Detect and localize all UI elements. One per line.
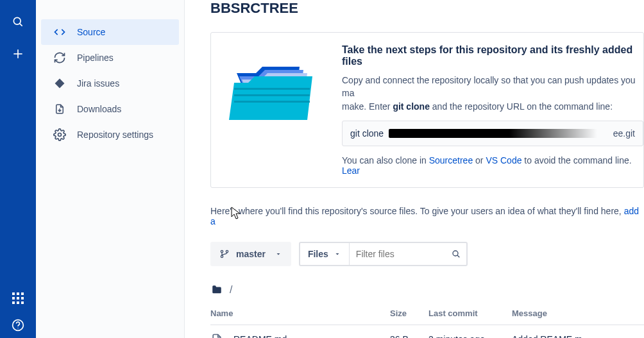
svg-line-1: [20, 24, 22, 26]
file-message: Added REAME.m: [512, 325, 644, 338]
branch-selector[interactable]: master: [210, 242, 291, 266]
sidebar-item-pipelines[interactable]: Pipelines: [41, 45, 179, 71]
svg-point-17: [58, 133, 62, 137]
clone-hint: You can also clone in Sourcetree or VS C…: [342, 155, 643, 176]
sidebar-item-label: Repository settings: [77, 130, 153, 140]
file-size: 36 B: [390, 325, 428, 338]
scope-label: Files: [308, 249, 328, 259]
filter-scope-selector[interactable]: Files: [300, 243, 350, 265]
code-icon: [53, 25, 67, 39]
refresh-icon: [53, 51, 67, 65]
search-icon[interactable]: [446, 249, 466, 259]
folder-illustration: [229, 51, 319, 128]
apps-icon[interactable]: [10, 291, 26, 306]
col-commit: Last commit: [428, 305, 512, 325]
table-row[interactable]: README.md 36 B 2 minutes ago Added REAME…: [210, 325, 644, 338]
svg-rect-15: [55, 79, 65, 89]
folder-icon: [210, 284, 223, 296]
svg-point-0: [13, 17, 21, 24]
svg-rect-24: [234, 101, 310, 103]
col-name: Name: [210, 305, 390, 325]
col-size: Size: [390, 305, 428, 325]
breadcrumb: /: [210, 284, 644, 296]
file-name: README.md: [233, 334, 287, 338]
file-icon: [53, 102, 67, 116]
sidebar-item-label: Jira issues: [77, 78, 119, 89]
chevron-down-icon: [334, 250, 341, 258]
sidebar-item-jira[interactable]: Jira issues: [41, 71, 179, 96]
sidebar-item-settings[interactable]: Repository settings: [41, 122, 179, 148]
file-commit: 2 minutes ago: [428, 325, 512, 338]
create-icon[interactable]: [10, 46, 26, 62]
controls-row: master Files: [210, 242, 644, 266]
sourcetree-link[interactable]: Sourcetree: [429, 155, 473, 165]
source-hint: Here's where you'll find this repository…: [210, 206, 644, 226]
files-table: Name Size Last commit Message README.md …: [210, 305, 644, 338]
global-nav: [0, 0, 36, 338]
diamond-icon: [53, 76, 67, 90]
svg-point-27: [226, 250, 228, 252]
svg-point-25: [221, 250, 223, 252]
svg-point-14: [17, 328, 18, 328]
svg-rect-10: [12, 301, 15, 304]
gear-icon: [53, 128, 67, 142]
clone-prefix: git clone: [350, 128, 384, 139]
sidebar-item-source[interactable]: Source: [41, 19, 179, 45]
svg-rect-11: [17, 301, 19, 304]
svg-rect-6: [21, 292, 24, 295]
help-icon[interactable]: [10, 317, 26, 333]
filter-files-input[interactable]: [350, 243, 446, 265]
page-title: BBSRCTREE: [210, 0, 644, 17]
svg-rect-4: [12, 292, 15, 295]
col-msg: Message: [512, 305, 644, 325]
learn-more-link[interactable]: Lear: [342, 165, 360, 176]
svg-point-28: [453, 251, 458, 256]
main-content: BBSRCTREE Take the next steps for this r…: [185, 0, 644, 338]
svg-rect-23: [234, 94, 310, 96]
card-title: Take the next steps for this repository …: [342, 44, 643, 67]
sidebar-item-label: Pipelines: [77, 53, 114, 63]
svg-rect-9: [21, 297, 24, 300]
search-icon[interactable]: [10, 14, 26, 30]
sidebar-item-downloads[interactable]: Downloads: [41, 96, 179, 122]
sidebar-item-label: Downloads: [77, 104, 121, 114]
svg-marker-21: [229, 76, 312, 120]
svg-rect-8: [17, 297, 19, 300]
file-filter: Files: [299, 242, 468, 266]
next-steps-card: Take the next steps for this repository …: [210, 32, 644, 188]
repo-sidebar: Source Pipelines Jira issues Downloads R…: [36, 0, 185, 338]
vscode-link[interactable]: VS Code: [486, 155, 521, 165]
document-icon: [210, 333, 223, 338]
card-body: Copy and connect the repository locally …: [342, 74, 643, 113]
branch-label: master: [236, 249, 266, 259]
chevron-down-icon: [275, 250, 282, 258]
svg-rect-12: [21, 301, 24, 304]
clone-suffix: ee.git: [613, 128, 635, 139]
svg-point-26: [221, 255, 223, 257]
branch-icon: [219, 249, 230, 259]
svg-line-29: [457, 255, 459, 257]
clone-url-redacted: [389, 129, 608, 138]
svg-rect-7: [12, 297, 15, 300]
clone-url-field[interactable]: git clone ee.git: [342, 121, 643, 146]
path-separator: /: [230, 284, 232, 296]
sidebar-item-label: Source: [77, 27, 105, 37]
svg-rect-22: [234, 88, 310, 90]
svg-rect-5: [17, 292, 19, 295]
